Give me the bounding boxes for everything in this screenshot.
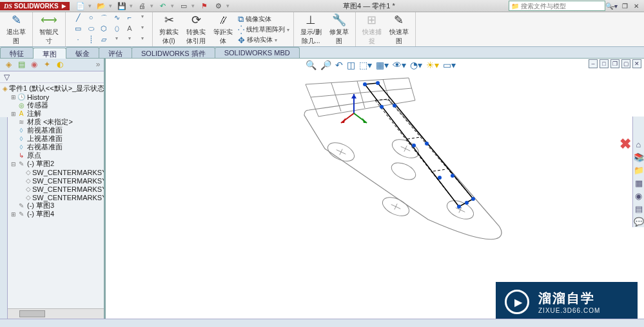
feature-tree-tab-icon[interactable]: ◈ (3, 60, 14, 70)
doc-close-icon[interactable]: ✕ (632, 59, 641, 68)
options-icon[interactable]: ⚙ (214, 1, 223, 10)
svg-marker-36 (351, 94, 356, 98)
model-geometry (215, 65, 525, 284)
appearances-icon[interactable]: ◉ (634, 191, 644, 201)
display-delete-button[interactable]: ⊥ 显示/删 除几... (298, 12, 324, 47)
arc-tool-icon[interactable]: ⌒ (98, 14, 110, 24)
tree-right-plane[interactable]: ◊右视基准面 (0, 143, 104, 151)
svg-line-19 (433, 169, 446, 171)
forum-icon[interactable]: 💬 (634, 217, 644, 227)
pattern-button[interactable]: ⁛线性草图阵列▾ (238, 25, 289, 35)
point-tool-icon[interactable]: · (72, 35, 84, 46)
exit-sketch-button[interactable]: ✎ 退出草 图 (4, 12, 28, 47)
chevron-down-icon[interactable]: ▾ (111, 35, 122, 46)
save-icon[interactable]: 💾 (117, 1, 126, 10)
line-tool-icon[interactable]: ╱ (72, 14, 84, 24)
ds-logo-icon: DS (4, 3, 12, 10)
manager-tabs: ◈ ▤ ◉ ✦ ◐ » (0, 59, 104, 71)
tab-mbd[interactable]: SOLIDWORKS MBD (215, 47, 300, 58)
tree-centermark[interactable]: ◇SW_CENTERMARKSYM (0, 185, 104, 193)
undo-icon[interactable]: ↶ (159, 1, 168, 10)
search-input[interactable] (521, 3, 603, 10)
config-tab-icon[interactable]: ◉ (28, 60, 40, 70)
new-file-icon[interactable]: 📄 (76, 1, 85, 10)
display-tab-icon[interactable]: ◐ (54, 60, 66, 70)
rectangle-tool-icon[interactable]: ▭ (72, 24, 84, 35)
doc-minimize-icon[interactable]: – (589, 59, 598, 68)
minimize-icon[interactable]: – (608, 1, 618, 10)
watermark-subtitle: ZIXUE.3D66.COM (538, 307, 600, 314)
tree-centermark[interactable]: ◇SW_CENTERMARKSYM (0, 176, 104, 185)
svg-point-27 (425, 142, 429, 145)
chevron-down-icon[interactable]: ▾ (137, 35, 148, 46)
library-icon[interactable]: 📚 (634, 153, 644, 163)
close-icon[interactable]: ✕ (631, 1, 641, 10)
properties-icon[interactable]: ▤ (634, 204, 644, 214)
tab-evaluate[interactable]: 评估 (99, 47, 132, 58)
view-palette-icon[interactable]: ▦ (634, 178, 644, 189)
restore-icon[interactable]: ❐ (620, 1, 630, 10)
ribbon-group-dimension: ⟷ 智能尺 寸 (33, 12, 66, 46)
svg-line-14 (395, 203, 397, 209)
explorer-icon[interactable]: 📁 (634, 165, 644, 176)
task-pane: ⌂ 📚 📁 ▦ ◉ ▤ 💬 (632, 117, 644, 227)
property-tab-icon[interactable]: ▤ (15, 60, 27, 70)
play-icon: ▶ (505, 290, 529, 314)
svg-line-20 (375, 100, 459, 207)
doc-maximize-icon[interactable]: ▢ (621, 59, 630, 68)
offset-button[interactable]: ⫽ 等距实 体 (211, 12, 235, 47)
tree-sensors[interactable]: ◎传感器 (0, 101, 104, 109)
convert-icon: ⟳ (191, 13, 201, 27)
trim-button[interactable]: ✂ 剪裁实 体(I) (157, 12, 181, 47)
slot-tool-icon[interactable]: ⬭ (85, 24, 97, 35)
move-button[interactable]: ✥移动实体▾ (238, 35, 277, 45)
tree-sketch2[interactable]: ⊟✎(-) 草图2 (0, 160, 104, 168)
tree-sketch4[interactable]: ⊞✎(-) 草图4 (0, 210, 104, 218)
svg-point-32 (465, 201, 469, 205)
resources-icon[interactable]: ⌂ (634, 140, 644, 150)
svg-point-25 (393, 104, 396, 107)
tab-sheetmetal[interactable]: 钣金 (66, 47, 99, 58)
centerline-tool-icon[interactable]: ┊ (85, 35, 97, 46)
expand-icon[interactable]: » (92, 60, 104, 70)
exit-sketch-icon: ✎ (12, 13, 21, 27)
snap-button[interactable]: ⊞ 快速捕 捉 (360, 12, 384, 47)
rebuild-icon[interactable]: ⚑ (200, 1, 209, 10)
circle-tool-icon[interactable]: ○ (85, 14, 97, 24)
repair-button[interactable]: 🔧 修复草 图 (327, 12, 351, 47)
feature-tree[interactable]: ◈零件1 (默认<<默认>_显示状态 ⊞🕓History ◎传感器 ⊞A注解 ≋… (0, 83, 104, 308)
plane-tool-icon[interactable]: ▱ (98, 35, 110, 46)
tab-addins[interactable]: SOLIDWORKS 插件 (132, 47, 215, 58)
text-tool-icon[interactable]: A (124, 24, 135, 35)
tab-features[interactable]: 特征 (0, 47, 34, 58)
tree-filter[interactable]: ▽ (0, 71, 104, 83)
doc-tile-icon[interactable]: □ (600, 59, 609, 68)
spline-tool-icon[interactable]: ∿ (111, 14, 122, 24)
chevron-down-icon[interactable]: ▾ (124, 35, 135, 46)
graphics-viewport[interactable]: 🔍 🔎 ↶ ◫ ⬚▾ ▦▾ 👁▾ ◔▾ ☀▾ ▭▾ – □ ❐ ▢ ✕ ✖ (106, 59, 644, 319)
chevron-down-icon[interactable]: ▾ (137, 14, 148, 24)
confirm-corner-cancel-icon[interactable]: ✖ (620, 136, 631, 153)
open-file-icon[interactable]: 📂 (97, 1, 106, 10)
tree-scrollbar[interactable] (0, 308, 104, 319)
ellipse-tool-icon[interactable]: ⬯ (111, 24, 122, 35)
smart-dimension-button[interactable]: ⟷ 智能尺 寸 (37, 12, 61, 47)
search-box[interactable]: 📁 🔍▾ (509, 1, 605, 11)
convert-button[interactable]: ⟳ 转换实 体引用 (184, 12, 208, 47)
tree-root[interactable]: ◈零件1 (默认<<默认>_显示状态 (0, 84, 104, 93)
doc-restore-icon[interactable]: ❐ (610, 59, 620, 68)
tree-centermark[interactable]: ◇SW_CENTERMARKSYM (0, 168, 104, 176)
polygon-tool-icon[interactable]: ⬡ (98, 24, 110, 35)
quick-sketch-icon: ✎ (394, 13, 404, 27)
fillet-tool-icon[interactable]: ⌐ (124, 14, 135, 24)
tree-history[interactable]: ⊞🕓History (0, 93, 104, 101)
logo-dropdown-icon[interactable]: ▶ (62, 3, 66, 9)
ribbon-group-sketch: ✎ 退出草 图 (0, 12, 33, 46)
chevron-down-icon[interactable]: ▾ (137, 24, 148, 35)
tab-sketch[interactable]: 草图 (33, 48, 66, 59)
mirror-button[interactable]: ⧉镜像实体 (238, 14, 271, 24)
print-icon[interactable]: 🖨 (138, 1, 147, 10)
select-icon[interactable]: ▭ (179, 1, 188, 10)
quick-sketch-button[interactable]: ✎ 快速草 图 (387, 12, 411, 47)
dimxpert-tab-icon[interactable]: ✦ (41, 60, 53, 70)
